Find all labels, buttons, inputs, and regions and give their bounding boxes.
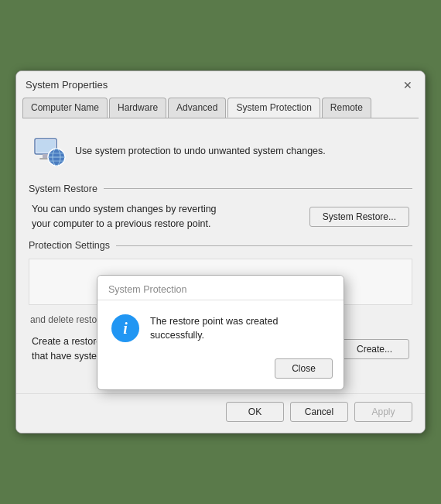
protection-settings-section: Protection Settings and delete restore p… [29,240,412,382]
tab-advanced[interactable]: Advanced [168,98,226,118]
window-close-button[interactable]: ✕ [400,77,415,93]
apply-button[interactable]: Apply [354,402,412,422]
protection-settings-label: Protection Settings [29,240,412,251]
restore-description: You can undo system changes by reverting… [32,202,233,231]
dialog-title: System Protection [108,284,186,295]
system-restore-section: You can undo system changes by reverting… [29,202,412,231]
info-icon: i [111,314,139,342]
system-properties-window: System Properties ✕ Computer Name Hardwa… [15,70,426,434]
tab-computer-name[interactable]: Computer Name [22,98,108,118]
tab-hardware[interactable]: Hardware [109,98,166,118]
ok-button[interactable]: OK [226,402,284,422]
dialog-message: The restore point was created successful… [150,314,330,344]
banner-text: Use system protection to undo unwanted s… [75,146,326,156]
dialog-titlebar: System Protection [97,276,344,300]
cancel-button[interactable]: Cancel [290,402,348,422]
tab-content: Use system protection to undo unwanted s… [16,118,425,394]
dialog-body: i The restore point was created successf… [97,300,344,355]
dialog-footer: Close [97,354,344,389]
window-title: System Properties [26,79,108,91]
tab-bar: Computer Name Hardware Advanced System P… [16,93,425,118]
system-restore-label: System Restore [29,183,412,194]
tab-remote[interactable]: Remote [322,98,371,118]
tab-system-protection[interactable]: System Protection [227,98,320,118]
create-button[interactable]: Create... [340,339,409,359]
info-banner: Use system protection to undo unwanted s… [29,129,412,173]
dialog-close-button[interactable]: Close [275,358,333,379]
system-icon [32,134,66,168]
title-bar: System Properties ✕ [16,71,425,93]
window-footer: OK Cancel Apply [16,393,425,433]
system-protection-dialog: System Protection i The restore point wa… [97,275,344,391]
content-area: and delete restore points. Create a rest… [29,259,412,382]
system-restore-button[interactable]: System Restore... [309,207,409,227]
